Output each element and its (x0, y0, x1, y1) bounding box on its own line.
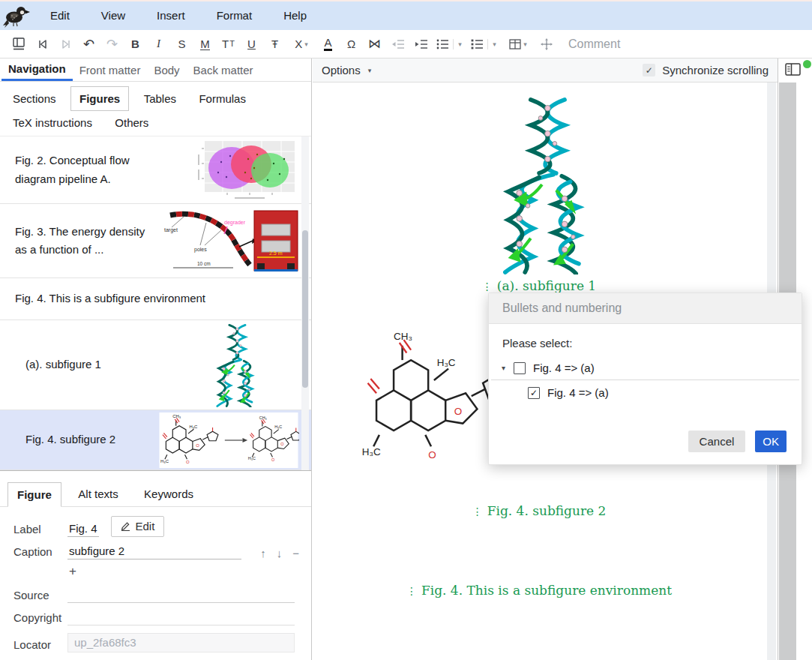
numbered-list-caret-icon[interactable]: ▾ (487, 39, 498, 50)
tab-figure[interactable]: Figure (7, 482, 61, 507)
dialog-title: Bullets and numbering (489, 293, 802, 324)
numbered-list-icon (471, 39, 484, 50)
skip-to-end-icon (61, 39, 71, 50)
move-caption-up-icon[interactable]: ↑ (260, 547, 266, 560)
table-button[interactable]: ▾ (502, 33, 535, 56)
strikethrough-button[interactable]: S (170, 33, 193, 56)
ok-button[interactable]: OK (755, 430, 787, 452)
options-dropdown[interactable]: Options ▾ (322, 64, 371, 76)
preview-caption-subfigure1[interactable]: ⋮(a). subfigure 1 (313, 278, 766, 293)
svg-text:H₃C: H₃C (437, 357, 456, 368)
text-size-button[interactable]: TT (217, 33, 240, 56)
indent-button[interactable] (409, 33, 433, 56)
tie-button[interactable]: ⋈ (363, 33, 386, 56)
tree-item-label: Fig. 4 => (a) (547, 386, 609, 399)
special-character-button[interactable]: Ω (340, 33, 363, 56)
bullet-list-button[interactable]: ▾ (433, 33, 467, 56)
tab-back-matter[interactable]: Back matter (187, 58, 260, 81)
text-size-icon: T (222, 38, 229, 50)
synchronize-scrolling-checkbox[interactable]: ✓ (643, 64, 655, 76)
underline-button[interactable]: U (240, 33, 263, 56)
sidebar-layout-button[interactable] (7, 33, 31, 56)
font-color-button[interactable]: A (316, 33, 340, 56)
figure-list-item-fig3[interactable]: Fig. 3. The energy density as a function… (0, 204, 311, 278)
menu-bar: Edit View Insert Format Help (0, 0, 812, 30)
comments-panel-button[interactable] (784, 62, 807, 82)
undo-icon: ↶ (83, 38, 94, 51)
tree-item-parent[interactable]: ▾ Fig. 4 => (a) (502, 362, 802, 374)
menu-edit[interactable]: Edit (34, 2, 85, 30)
chevron-down-icon: ▾ (304, 40, 308, 48)
dialog-prompt: Please select: (502, 337, 802, 350)
move-caption-down-icon[interactable]: ↓ (277, 547, 283, 560)
figure-list-item-subfig2-selected[interactable]: Fig. 4. subfigure 2 (0, 410, 311, 470)
math-mode-button[interactable]: M (193, 33, 217, 56)
caption-field-name: Caption (13, 545, 67, 560)
svg-text:target: target (164, 227, 178, 233)
cancel-button[interactable]: Cancel (688, 430, 746, 452)
menu-help[interactable]: Help (268, 2, 322, 30)
subtab-formulas[interactable]: Formulas (190, 87, 254, 110)
clear-formatting-button[interactable]: Ŧ (263, 33, 286, 56)
omega-icon: Ω (347, 38, 355, 50)
subtab-figures[interactable]: Figures (70, 86, 129, 111)
remove-caption-icon[interactable]: − (292, 547, 299, 560)
cross-out-icon: X (295, 38, 302, 50)
tab-navigation[interactable]: Navigation (1, 58, 73, 81)
figure-title: Fig. 4. This is a subfigure environment (15, 290, 210, 308)
drag-handle-icon[interactable]: ⋮ (472, 506, 482, 518)
bullets-and-numbering-dialog: Bullets and numbering Please select: ▾ F… (488, 292, 802, 465)
label-field-value[interactable]: Fig. 4 (67, 522, 99, 537)
figure-list-item-fig4[interactable]: Fig. 4. This is a subfigure environment (0, 278, 311, 320)
menu-insert[interactable]: Insert (141, 2, 201, 30)
tree-item-label: Fig. 4 => (a) (533, 362, 595, 374)
parent-checkbox-unchecked[interactable] (514, 362, 526, 374)
figure-list-scrollbar[interactable] (301, 136, 309, 470)
tree-item-child[interactable]: ✓ Fig. 4 => (a) (528, 386, 802, 399)
tab-front-matter[interactable]: Front matter (73, 58, 148, 81)
caption-field-value[interactable]: subfigure 2 (67, 544, 241, 560)
edit-label-button[interactable]: Edit (111, 516, 165, 537)
preview-caption-subfigure2[interactable]: ⋮Fig. 4. subfigure 2 (313, 503, 766, 518)
figure-list-item-subfig1[interactable]: (a). subfigure 1 (0, 320, 311, 410)
drag-handle-icon[interactable]: ⋮ (406, 585, 416, 597)
child-checkbox-checked[interactable]: ✓ (528, 387, 540, 399)
move-crosshair-icon (541, 38, 553, 50)
tab-keywords[interactable]: Keywords (135, 482, 202, 506)
chevron-down-icon: ▾ (368, 67, 372, 74)
source-field-value[interactable] (67, 588, 295, 603)
tree-expand-caret-icon[interactable]: ▾ (502, 364, 514, 372)
bold-button[interactable]: B (124, 33, 147, 56)
subtab-tex-instructions[interactable]: TeX instructions (4, 111, 100, 134)
menu-format[interactable]: Format (201, 2, 268, 30)
svg-text:CH₃: CH₃ (394, 331, 412, 342)
preview-caption-environment[interactable]: ⋮Fig. 4. This is a subfigure environment (313, 583, 766, 598)
scrollbar-thumb[interactable] (302, 230, 308, 388)
subtab-tables[interactable]: Tables (136, 87, 184, 110)
menu-view[interactable]: View (85, 2, 141, 30)
outdent-button[interactable] (386, 33, 409, 56)
add-caption-icon[interactable]: + (69, 564, 76, 578)
svg-text:O: O (428, 449, 436, 460)
undo-button[interactable]: ↶ (77, 33, 100, 56)
redo-button[interactable]: ↷ (100, 33, 124, 56)
cross-out-button[interactable]: X ▾ (286, 33, 316, 56)
svg-text:poles: poles (194, 247, 207, 253)
italic-button[interactable]: I (147, 33, 170, 56)
copyright-field-name: Copyright (13, 611, 67, 626)
comment-button[interactable]: Comment (568, 38, 620, 51)
dna-thumbnail (211, 323, 257, 407)
tab-body[interactable]: Body (147, 58, 186, 81)
strikethrough-icon: S (178, 38, 185, 50)
drag-handle-icon[interactable]: ⋮ (482, 280, 492, 292)
copyright-field-value[interactable] (67, 610, 295, 626)
bullet-list-caret-icon[interactable]: ▾ (453, 39, 463, 50)
skip-to-start-button[interactable] (31, 33, 54, 56)
skip-to-end-button[interactable] (54, 33, 77, 56)
numbered-list-button[interactable]: ▾ (467, 33, 502, 56)
tab-alt-texts[interactable]: Alt texts (69, 482, 127, 506)
move-button[interactable] (535, 33, 558, 56)
figure-list-item-fig2[interactable]: Fig. 2. Conceptual flow diagram pipeline… (0, 136, 311, 204)
subtab-sections[interactable]: Sections (4, 87, 64, 110)
subtab-others[interactable]: Others (106, 111, 157, 134)
